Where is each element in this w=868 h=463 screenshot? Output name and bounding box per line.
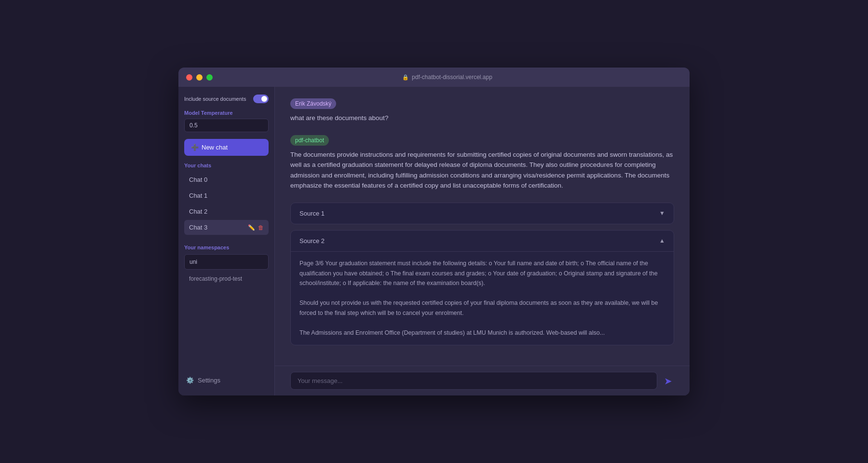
bot-badge: pdf-chatbot (290, 135, 329, 146)
chat3-label: Chat 3 (189, 224, 207, 231)
user-badge: Erik Závodský (290, 98, 336, 109)
bot-message-block: pdf-chatbot The documents provide instru… (290, 135, 674, 191)
source2-label: Source 2 (299, 237, 325, 245)
namespace-uni-label: uni (190, 259, 197, 265)
chat2-label: Chat 2 (189, 208, 207, 215)
new-chat-button[interactable]: ➕ New chat (184, 139, 269, 156)
chat-item-chat2[interactable]: Chat 2 (184, 204, 269, 219)
include-source-toggle[interactable] (253, 95, 269, 103)
source2-header[interactable]: Source 2 ▲ (291, 231, 674, 251)
chat-list: Chat 0 Chat 1 Chat 2 Chat 3 ✏️ 🗑 (184, 172, 269, 235)
model-temp-input[interactable] (184, 119, 269, 132)
url-bar: 🔒 pdf-chatbot-dissorial.vercel.app (213, 74, 682, 81)
namespace-forecasting[interactable]: forecasting-prod-test (184, 272, 269, 285)
message-input[interactable] (290, 372, 657, 390)
bot-message-text: The documents provide instructions and r… (290, 150, 674, 191)
include-source-label: Include source documents (184, 96, 246, 102)
chat3-delete-icon[interactable]: 🗑 (258, 224, 264, 231)
input-area: ➤ (275, 366, 690, 395)
chat-item-chat1[interactable]: Chat 1 (184, 188, 269, 203)
source2-body: Page 3/6 Your graduation statement must … (291, 251, 674, 345)
settings-label: Settings (198, 377, 220, 384)
source2-chevron-icon: ▲ (659, 237, 665, 244)
new-chat-label: New chat (202, 144, 228, 151)
chat1-label: Chat 1 (189, 192, 207, 199)
source2-body-text2: Should you not provide us with the reque… (299, 298, 665, 318)
close-button[interactable] (186, 74, 192, 81)
sidebar-footer: ⚙️ Settings (184, 373, 269, 388)
source1-chevron-icon: ▼ (659, 210, 665, 217)
user-message-text: what are these documents about? (290, 113, 674, 123)
chat-area: Erik Závodský what are these documents a… (275, 87, 690, 395)
traffic-lights (186, 74, 213, 81)
minimize-button[interactable] (196, 74, 203, 81)
send-icon: ➤ (664, 375, 672, 387)
your-namespaces-label: Your namespaces (184, 245, 269, 250)
user-message-block: Erik Závodský what are these documents a… (290, 98, 674, 123)
source1-card: Source 1 ▼ (290, 203, 674, 224)
chat-item-chat0[interactable]: Chat 0 (184, 172, 269, 187)
gear-icon: ⚙️ (186, 377, 194, 384)
source1-header[interactable]: Source 1 ▼ (291, 203, 674, 224)
chat3-edit-icon[interactable]: ✏️ (248, 224, 255, 231)
title-bar: 🔒 pdf-chatbot-dissorial.vercel.app (178, 68, 690, 87)
sidebar: Include source documents Model Temperatu… (178, 87, 275, 395)
url-text: pdf-chatbot-dissorial.vercel.app (412, 74, 492, 81)
settings-item[interactable]: ⚙️ Settings (184, 373, 269, 388)
app-window: 🔒 pdf-chatbot-dissorial.vercel.app Inclu… (178, 68, 690, 395)
messages-container: Erik Závodský what are these documents a… (275, 87, 690, 366)
model-temp-label: Model Temperature (184, 110, 269, 116)
plus-icon: ➕ (191, 144, 199, 151)
source1-label: Source 1 (299, 210, 325, 217)
your-chats-label: Your chats (184, 163, 269, 168)
chat3-actions: ✏️ 🗑 (248, 224, 264, 231)
send-button[interactable]: ➤ (662, 373, 674, 389)
main-content: Include source documents Model Temperatu… (178, 87, 690, 395)
lock-icon: 🔒 (402, 74, 409, 81)
source2-body-text3: The Admissions and Enrolment Office (Dep… (299, 328, 665, 338)
source2-card: Source 2 ▲ Page 3/6 Your graduation stat… (290, 230, 674, 345)
maximize-button[interactable] (206, 74, 213, 81)
namespace-forecasting-label: forecasting-prod-test (189, 275, 242, 282)
chat0-label: Chat 0 (189, 176, 207, 183)
chat-item-chat3[interactable]: Chat 3 ✏️ 🗑 (184, 220, 269, 235)
include-source-row: Include source documents (184, 95, 269, 103)
namespaces-section: Your namespaces uni forecasting-prod-tes… (184, 245, 269, 285)
namespace-uni[interactable]: uni (184, 254, 269, 270)
source2-body-text: Page 3/6 Your graduation statement must … (299, 259, 665, 288)
